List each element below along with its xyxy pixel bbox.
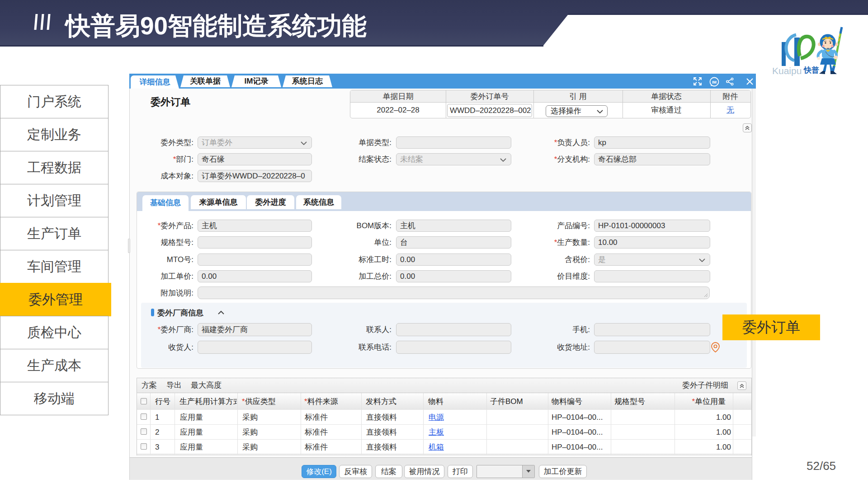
svg-text:Kuaipu: Kuaipu xyxy=(772,66,802,76)
svg-text:IM: IM xyxy=(712,80,717,84)
svg-text:快普: 快普 xyxy=(803,66,819,75)
